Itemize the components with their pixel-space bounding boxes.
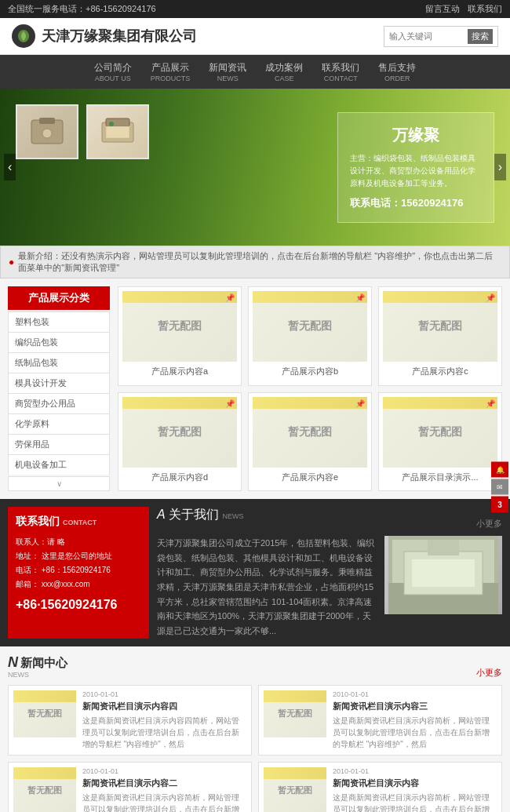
product-title-4: 产品展示内容e	[253, 472, 367, 483]
news-more-link[interactable]: 小更多	[476, 667, 502, 679]
no-img-text-4: 暂无配图	[288, 425, 332, 439]
news-section-header: N 新闻中心 NEWS 小更多	[8, 654, 502, 679]
company-name: 天津万缘聚集团有限公司	[42, 27, 197, 46]
news-item-0: 暂无配图 2010-01-01 新闻资讯栏目演示内容四 这是商新闻资讯栏目演示内…	[8, 685, 252, 756]
news-title-0[interactable]: 新闻资讯栏目演示内容四	[82, 701, 246, 712]
product-card-0[interactable]: 📌 暂无配图 产品展示内容a	[118, 286, 242, 386]
products-grid: 📌 暂无配图 产品展示内容a 📌 暂无配图 产品展示内容b 📌	[118, 286, 502, 491]
news-grid: 暂无配图 2010-01-01 新闻资讯栏目演示内容四 这是商新闻资讯栏目演示内…	[8, 685, 502, 812]
float-btn-bell[interactable]: 🔔	[491, 462, 508, 478]
news-item-3: 暂无配图 2010-01-01 新闻资讯栏目演示内容 这是商新闻资讯栏目演示内容…	[258, 762, 502, 812]
sidebar-item-machine[interactable]: 机电设备加工	[8, 454, 110, 475]
nav-about[interactable]: 公司简介 ABOUT US	[85, 55, 141, 89]
contact-box: 联系我们 CONTACT 联系人：请 略 地址： 这里是您公司的地址 电话： +…	[8, 507, 149, 639]
banner-phone: 联系电话：15620924176	[350, 196, 482, 210]
news-content-2: 2010-01-01 新闻资讯栏目演示内容二 这是商新闻资讯栏目演示内容简析，网…	[82, 767, 246, 812]
product-card-4[interactable]: 📌 暂无配图 产品展示内容e	[248, 392, 372, 492]
yellow-tape-0	[122, 291, 237, 303]
contact-info: 联系人：请 略 地址： 这里是您公司的地址 电话： +86：1562092417…	[16, 535, 141, 592]
pin-icon-1: 📌	[355, 293, 365, 302]
sidebar-item-mold[interactable]: 模具设计开发	[8, 373, 110, 393]
nav-contact[interactable]: 联系我们 CONTACT	[312, 55, 369, 89]
pin-icon-3: 📌	[225, 399, 235, 408]
svg-rect-5	[106, 126, 129, 138]
product-card-3[interactable]: 📌 暂无配图 产品展示内容d	[118, 392, 242, 492]
top-link-contact[interactable]: 联系我们	[468, 3, 502, 15]
notice-bar: ● 最新介绍：还没有热演示内容，网站管理员可以复制此管理培训的，点击在后台新增的…	[0, 246, 510, 279]
contact-email: 邮箱： xxx@xxx.com	[16, 577, 141, 592]
yellow-tape-1	[253, 291, 367, 303]
logo-icon	[12, 24, 35, 48]
search-input[interactable]	[389, 31, 468, 41]
news-desc-2: 这是商新闻资讯栏目演示内容简析，网站管理员可以复制此管理培训台后，点击在后台新增…	[82, 792, 246, 812]
product-image-1: 📌 暂无配图	[253, 291, 367, 362]
no-img-text-3: 暂无配图	[158, 425, 202, 439]
banner-arrow-right[interactable]: ›	[494, 154, 506, 180]
right-float-buttons: 🔔 ✉ 3	[491, 462, 508, 513]
banner-image-1	[16, 104, 78, 159]
about-more-link[interactable]: 小更多	[476, 518, 502, 530]
sidebar-item-labor[interactable]: 劳保用品	[8, 434, 110, 454]
sidebar-item-paper[interactable]: 纸制品包装	[8, 352, 110, 373]
news-content-1: 2010-01-01 新闻资讯栏目演示内容三 这是商新闻资讯栏目演示内容简析，网…	[333, 690, 497, 750]
sidebar-title: 产品展示分类	[8, 286, 110, 310]
product-card-5[interactable]: 📌 暂无配图 产品展示目录演示...	[378, 392, 502, 492]
top-right-links: 留言互动 联系我们	[425, 3, 502, 15]
banner-arrow-left[interactable]: ‹	[4, 154, 16, 180]
news-date-1: 2010-01-01	[333, 690, 497, 698]
product-image-5: 📌 暂无配图	[383, 397, 497, 468]
svg-rect-12	[428, 540, 459, 555]
nav-support[interactable]: 售后支持 ORDER	[369, 55, 425, 89]
top-link-message[interactable]: 留言互动	[425, 3, 460, 15]
banner: 万缘聚 主营：编织袋包装、纸制品包装模具设计开发、商贸型办公设备用品化学原料及机…	[0, 89, 510, 246]
yellow-tape-2	[383, 291, 497, 303]
news-thumb-1: 暂无配图	[264, 690, 326, 737]
banner-description: 主营：编织袋包装、纸制品包装模具设计开发、商贸型办公设备用品化学原料及机电设备加…	[350, 152, 482, 190]
product-card-2[interactable]: 📌 暂无配图 产品展示内容c	[378, 286, 502, 386]
about-box: A 关于我们 NEWS 小更多 天津万源聚集团公司成立于2015年，包括塑料包装…	[157, 507, 502, 639]
about-title-letter: A	[157, 508, 166, 521]
float-btn-msg[interactable]: ✉	[491, 479, 508, 495]
product-card-1[interactable]: 📌 暂无配图 产品展示内容b	[248, 286, 372, 386]
sidebar-item-office[interactable]: 商贸型办公用品	[8, 393, 110, 413]
nav-products[interactable]: 产品展示 PRODUCTS	[141, 55, 200, 89]
news-thumb-2: 暂无配图	[13, 767, 76, 812]
nav-news[interactable]: 新闻资讯 NEWS	[199, 55, 256, 89]
svg-point-2	[42, 129, 52, 138]
news-item-1: 暂无配图 2010-01-01 新闻资讯栏目演示内容三 这是商新闻资讯栏目演示内…	[258, 685, 502, 756]
nav-case[interactable]: 成功案例 CASE	[256, 55, 312, 89]
contact-about-section: 联系我们 CONTACT 联系人：请 略 地址： 这里是您公司的地址 电话： +…	[0, 499, 510, 646]
about-title: A 关于我们 NEWS	[157, 507, 244, 523]
banner-title: 万缘聚	[350, 125, 482, 146]
news-content-0: 2010-01-01 新闻资讯栏目演示内容四 这是商新闻资讯栏目演示内容四简析，…	[82, 690, 246, 750]
news-title-3[interactable]: 新闻资讯栏目演示内容	[333, 777, 497, 789]
sidebar-item-chemical[interactable]: 化学原料	[8, 413, 110, 434]
news-thumb-0: 暂无配图	[13, 690, 76, 737]
top-phone: 全国统一服务电话：+86-15620924176	[8, 3, 156, 15]
news-date-3: 2010-01-01	[333, 767, 497, 775]
search-button[interactable]: 搜索	[468, 29, 493, 44]
contact-phone: 电话： +86：15620924176	[16, 563, 141, 577]
pin-icon-0: 📌	[225, 293, 235, 302]
no-img-text-5: 暂无配图	[418, 425, 462, 439]
news-tape-2	[13, 767, 76, 779]
product-title-1: 产品展示内容b	[253, 366, 367, 377]
about-text: 天津万源聚集团公司成立于2015年，包括塑料包装、编织袋包装、纸制品包装、其他模…	[157, 536, 378, 639]
no-img-text-2: 暂无配图	[418, 319, 462, 333]
no-img-text-0: 暂无配图	[158, 319, 202, 333]
yellow-tape-5	[383, 397, 497, 409]
sidebar-item-weaving[interactable]: 编织品包装	[8, 332, 110, 352]
svg-point-6	[109, 122, 114, 126]
news-content-3: 2010-01-01 新闻资讯栏目演示内容 这是商新闻资讯栏目演示内容简析，网站…	[333, 767, 497, 812]
sidebar-item-plastic[interactable]: 塑料包装	[8, 311, 110, 332]
about-image	[384, 536, 502, 614]
float-btn-num[interactable]: 3	[491, 497, 508, 513]
product-title-0: 产品展示内容a	[122, 366, 237, 377]
logo: 天津万缘聚集团有限公司	[12, 24, 197, 48]
svg-rect-11	[412, 559, 475, 587]
news-date-2: 2010-01-01	[82, 767, 246, 775]
no-img-text-1: 暂无配图	[288, 319, 332, 333]
sidebar-more-btn[interactable]: ∨	[8, 476, 110, 491]
news-title-1[interactable]: 新闻资讯栏目演示内容三	[333, 701, 497, 712]
news-title-2[interactable]: 新闻资讯栏目演示内容二	[82, 777, 246, 789]
